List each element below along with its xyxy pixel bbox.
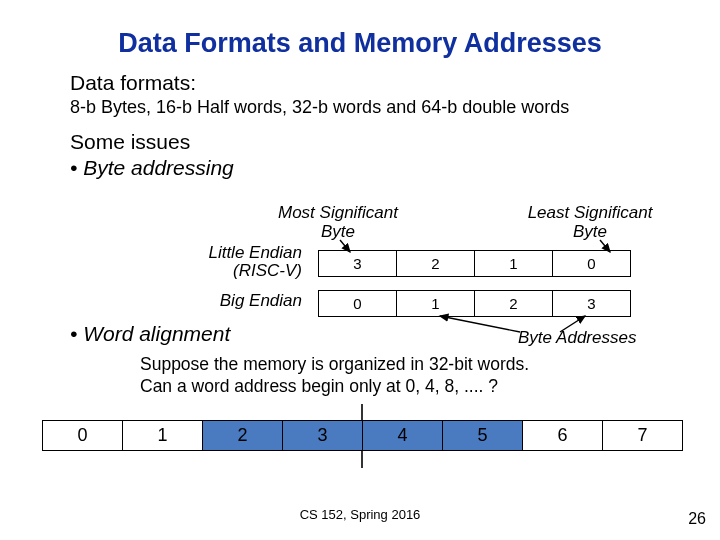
svg-line-3 — [440, 316, 520, 332]
little-endian-label: Little Endian (RISC-V) — [162, 244, 302, 280]
mem-cell-6: 6 — [523, 421, 603, 451]
mem-cell-2: 2 — [203, 421, 283, 451]
mem-cell-0: 0 — [43, 421, 123, 451]
memory-row: 0 1 2 3 4 5 6 7 — [42, 420, 683, 451]
msb-line1: Most Significant — [278, 203, 398, 222]
be-cell-1: 1 — [397, 291, 475, 317]
be-cell-2: 2 — [475, 291, 553, 317]
some-issues: Some issues — [0, 118, 720, 154]
le-cell-1: 2 — [397, 251, 475, 277]
suppose-line1: Suppose the memory is organized in 32-bi… — [140, 354, 529, 374]
lsb-line2: Byte — [573, 222, 607, 241]
lsb-line1: Least Significant — [528, 203, 653, 222]
msb-line2: Byte — [321, 222, 355, 241]
suppose-line2: Can a word address begin only at 0, 4, 8… — [140, 376, 498, 396]
byte-addresses-label: Byte Addresses — [518, 328, 636, 348]
footer-text: CS 152, Spring 2016 — [0, 507, 720, 522]
little-endian-row: 3 2 1 0 — [318, 250, 631, 277]
le-cell-3: 0 — [553, 251, 631, 277]
mem-cell-4: 4 — [363, 421, 443, 451]
suppose-text: Suppose the memory is organized in 32-bi… — [140, 354, 529, 398]
le-cell-2: 1 — [475, 251, 553, 277]
big-endian-row: 0 1 2 3 — [318, 290, 631, 317]
bullet-word-alignment: • Word alignment — [70, 322, 230, 346]
le-line1: Little Endian — [208, 243, 302, 262]
bullet-byte-addressing: • Byte addressing — [0, 154, 720, 180]
mem-cell-1: 1 — [123, 421, 203, 451]
msb-label: Most Significant Byte — [258, 204, 418, 241]
data-formats-heading: Data formats: — [0, 71, 720, 95]
page-number: 26 — [688, 510, 706, 528]
le-line2: (RISC-V) — [233, 261, 302, 280]
be-cell-0: 0 — [319, 291, 397, 317]
le-cell-0: 3 — [319, 251, 397, 277]
lsb-label: Least Significant Byte — [510, 204, 670, 241]
big-endian-label: Big Endian — [162, 292, 302, 310]
slide-title: Data Formats and Memory Addresses — [0, 0, 720, 71]
data-formats-detail: 8-b Bytes, 16-b Half words, 32-b words a… — [0, 95, 720, 118]
mem-cell-3: 3 — [283, 421, 363, 451]
mem-cell-7: 7 — [603, 421, 683, 451]
be-cell-3: 3 — [553, 291, 631, 317]
mem-cell-5: 5 — [443, 421, 523, 451]
